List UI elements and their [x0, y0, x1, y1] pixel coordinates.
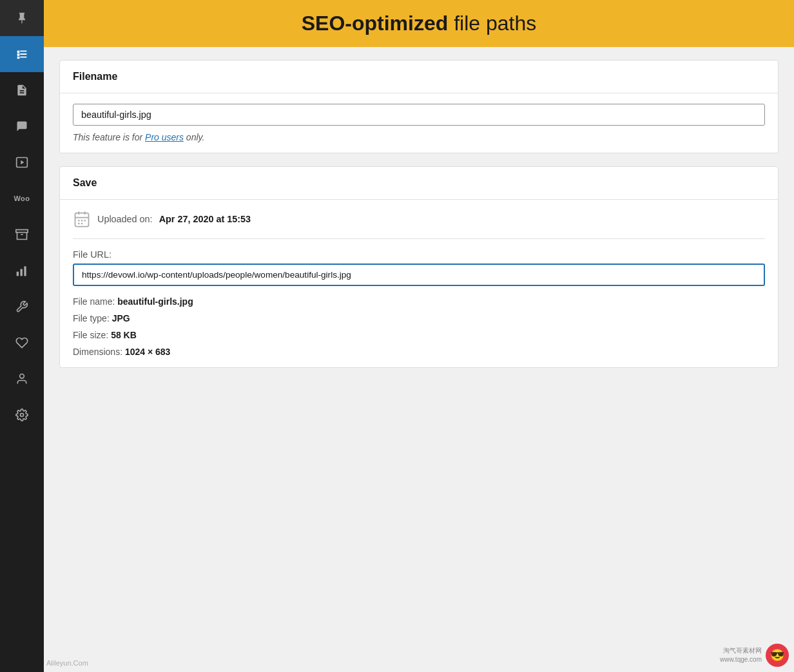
watermark-badge-icon: 😎: [766, 644, 789, 667]
sidebar-item-pin[interactable]: [0, 0, 44, 36]
page-header: SEO-optimized file paths: [44, 0, 794, 47]
sidebar-item-media[interactable]: [0, 36, 44, 72]
box-icon: [14, 227, 30, 242]
sidebar-item-woo[interactable]: Woo: [0, 180, 44, 216]
svg-rect-9: [75, 213, 89, 227]
media-icon: [14, 46, 30, 62]
dimensions-row: Dimensions: 1024 × 683: [73, 347, 765, 357]
file-name-value: beautiful-girls.jpg: [117, 296, 193, 307]
file-type-row: File type: JPG: [73, 313, 765, 323]
filename-card-body: This feature is for Pro users only.: [60, 93, 778, 153]
watermark-right-text: 淘气哥素材网 www.tqge.com: [720, 646, 762, 664]
filename-card-header: Filename: [60, 61, 778, 93]
filename-card-title: Filename: [73, 71, 765, 82]
upload-label: Uploaded on:: [97, 214, 153, 224]
pro-users-link[interactable]: Pro users: [145, 132, 184, 142]
content-area: Filename This feature is for Pro users o…: [44, 47, 794, 381]
divider: [73, 238, 765, 239]
filename-input[interactable]: [73, 104, 765, 126]
file-type-value: JPG: [112, 313, 130, 323]
sidebar-item-comments[interactable]: [0, 108, 44, 144]
sidebar-item-chart[interactable]: [0, 253, 44, 289]
save-card-body: Uploaded on: Apr 27, 2020 at 15:53 File …: [60, 200, 778, 367]
file-name-row: File name: beautiful-girls.jpg: [73, 296, 765, 307]
svg-point-7: [20, 374, 24, 379]
wrench-icon: [14, 407, 30, 423]
sidebar-item-wrench[interactable]: [0, 397, 44, 433]
main-content: SEO-optimized file paths Filename This f…: [44, 0, 794, 672]
sidebar-item-box[interactable]: [0, 216, 44, 253]
calendar-icon: [73, 210, 91, 228]
woo-label: Woo: [14, 195, 30, 202]
pro-notice: This feature is for Pro users only.: [73, 132, 765, 142]
sidebar-item-player[interactable]: [0, 144, 44, 180]
watermark-right: 淘气哥素材网 www.tqge.com 😎: [720, 644, 789, 667]
sidebar: Woo: [0, 0, 44, 672]
save-card: Save: [59, 166, 779, 368]
save-card-header: Save: [60, 167, 778, 200]
upload-info: Uploaded on: Apr 27, 2020 at 15:53: [73, 210, 765, 228]
svg-rect-4: [17, 272, 19, 276]
tools-icon: [14, 299, 30, 314]
pages-icon: [14, 82, 30, 98]
file-url-input[interactable]: [73, 264, 765, 286]
sidebar-item-tools[interactable]: [0, 289, 44, 325]
sidebar-item-user[interactable]: [0, 361, 44, 397]
svg-marker-1: [21, 160, 24, 165]
plugin-icon: [14, 335, 30, 350]
file-size-value: 58 KB: [111, 330, 137, 340]
svg-rect-17: [81, 223, 82, 224]
chart-icon: [14, 263, 30, 278]
comments-icon: [14, 119, 30, 134]
filename-card: Filename This feature is for Pro users o…: [59, 60, 779, 153]
svg-rect-5: [21, 269, 23, 276]
file-meta: File name: beautiful-girls.jpg File type…: [73, 296, 765, 357]
upload-date: Apr 27, 2020 at 15:53: [159, 214, 251, 224]
svg-point-8: [21, 414, 24, 417]
dimensions-value: 1024 × 683: [125, 347, 170, 357]
file-url-label: File URL:: [73, 249, 765, 260]
save-card-title: Save: [73, 177, 765, 189]
svg-rect-6: [24, 266, 26, 276]
svg-rect-14: [81, 220, 82, 221]
sidebar-item-plugin[interactable]: [0, 325, 44, 361]
svg-rect-15: [84, 220, 86, 221]
svg-rect-13: [78, 220, 79, 221]
user-icon: [14, 371, 30, 387]
player-icon: [14, 155, 30, 170]
page-title: SEO-optimized file paths: [59, 12, 779, 35]
svg-rect-2: [16, 230, 28, 233]
sidebar-item-pages[interactable]: [0, 72, 44, 108]
file-size-row: File size: 58 KB: [73, 330, 765, 340]
svg-rect-16: [78, 223, 79, 224]
pin-icon: [14, 10, 30, 26]
